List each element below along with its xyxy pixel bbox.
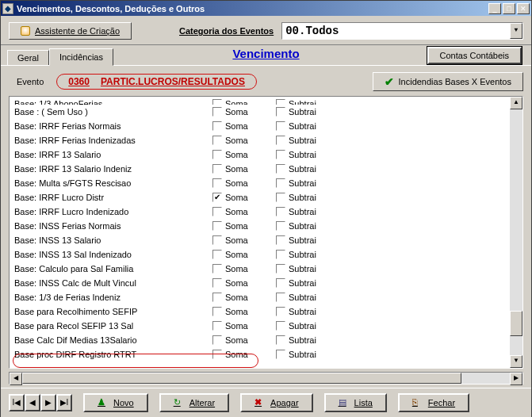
subtrai-label: Subtrai (289, 221, 316, 231)
soma-checkbox[interactable] (212, 99, 222, 105)
table-row[interactable]: Base: INSS 13 SalarioSomaSubtrai (10, 233, 510, 247)
soma-checkbox[interactable] (212, 278, 222, 288)
subtrai-checkbox[interactable] (276, 335, 285, 345)
nav-first-button[interactable]: I◀ (9, 394, 25, 411)
soma-checkbox[interactable] (212, 136, 222, 145)
subtrai-cell: Subtrai (276, 136, 339, 145)
subtrai-checkbox[interactable] (276, 99, 285, 105)
table-row[interactable]: Base: INSS Ferias NormaisSomaSubtrai (10, 219, 510, 233)
soma-label: Soma (225, 107, 248, 117)
scroll-up-icon[interactable]: ▲ (510, 97, 522, 109)
table-row[interactable]: Base: IRRF Lucro IndenizadoSomaSubtrai (10, 205, 510, 219)
table-row[interactable]: Base: 1/3 AbonoFeriasSomaSubtrai (10, 97, 510, 105)
nav-next-button[interactable]: ▶ (40, 394, 56, 411)
table-row[interactable]: Base: IRRF Ferias NormaisSomaSubtrai (10, 119, 510, 133)
soma-checkbox[interactable] (212, 350, 222, 359)
subtrai-checkbox[interactable] (276, 207, 285, 216)
soma-checkbox[interactable] (212, 235, 222, 245)
nav-last-button[interactable]: ▶I (56, 394, 72, 411)
subtrai-checkbox[interactable] (276, 107, 285, 117)
subtrai-checkbox[interactable] (276, 278, 285, 288)
subtrai-checkbox[interactable] (276, 250, 285, 259)
soma-checkbox[interactable] (212, 321, 222, 331)
subtrai-checkbox[interactable] (276, 136, 285, 145)
soma-checkbox[interactable] (212, 150, 222, 159)
subtrai-checkbox[interactable] (276, 164, 285, 174)
subtrai-checkbox[interactable] (276, 235, 285, 245)
table-row[interactable]: Base: Multa s/FGTS RescisaoSomaSubtrai (10, 176, 510, 190)
table-row[interactable]: Base para Recol SEFIP 13 SalSomaSubtrai (10, 319, 510, 333)
subtrai-checkbox[interactable] (276, 193, 285, 202)
soma-checkbox[interactable] (212, 293, 222, 302)
subtrai-checkbox[interactable] (276, 350, 285, 359)
scroll-down-icon[interactable]: ▼ (510, 355, 522, 368)
soma-checkbox[interactable] (212, 207, 222, 216)
subtrai-cell: Subtrai (276, 307, 339, 316)
subtrai-checkbox[interactable] (276, 150, 285, 159)
vencimento-link[interactable]: Vencimento (232, 47, 299, 60)
subtrai-checkbox[interactable] (276, 307, 285, 316)
nav-prev-button[interactable]: ◀ (25, 394, 40, 411)
horizontal-scrollbar[interactable]: ◀ ▶ (9, 372, 523, 384)
subtrai-label: Subtrai (289, 307, 316, 316)
table-row[interactable]: Base: IRRF 13 Salario IndenizSomaSubtrai (10, 162, 510, 176)
subtrai-checkbox[interactable] (276, 221, 285, 231)
table-row[interactable]: Base : ( Sem Uso )SomaSubtrai (10, 105, 510, 119)
incidencias-bases-button[interactable]: ✔ Incidendias Bases X Eventos (373, 72, 523, 91)
soma-checkbox[interactable] (212, 335, 222, 345)
tab-geral[interactable]: Geral (7, 50, 49, 65)
scroll-right-icon[interactable]: ▶ (510, 373, 522, 385)
table-row[interactable]: Base Calc Dif Medias 13SalarioSomaSubtra… (10, 333, 510, 347)
soma-checkbox[interactable] (212, 178, 222, 188)
subtrai-checkbox[interactable] (276, 178, 285, 188)
novo-button[interactable]: ♟ Novo (83, 393, 148, 412)
soma-cell: Soma (212, 250, 276, 259)
maximize-button[interactable]: □ (503, 3, 515, 14)
subtrai-checkbox[interactable] (276, 121, 285, 131)
subtrai-label: Subtrai (289, 150, 316, 159)
lista-button[interactable]: ▤ Lista (324, 393, 387, 412)
contas-contabeis-button[interactable]: Contas Contábeis (427, 47, 522, 64)
vertical-scrollbar[interactable]: ▲ ▼ (510, 97, 522, 368)
soma-checkbox[interactable] (212, 250, 222, 259)
table-row[interactable]: Base: IRRF 13 SalarioSomaSubtrai (10, 147, 510, 162)
soma-cell: Soma (212, 136, 276, 145)
category-select[interactable]: 00.Todos ▼ (281, 22, 523, 40)
table-row[interactable]: Base: INSS 13 Sal IndenizadoSomaSubtrai (10, 247, 510, 262)
base-label: Base: INSS Calc de Mult Vincul (14, 278, 212, 288)
subtrai-checkbox[interactable] (276, 264, 285, 274)
soma-checkbox[interactable] (212, 264, 222, 274)
subtab-evento[interactable]: Evento (9, 75, 52, 89)
table-row[interactable]: Base para Recolhimento SEFIPSomaSubtrai (10, 304, 510, 319)
apagar-button[interactable]: ✖ Apagar (240, 393, 312, 412)
table-row[interactable]: Base: IRRF Ferias IndenizadasSomaSubtrai (10, 133, 510, 147)
base-label: Base: INSS 13 Salario (14, 235, 212, 245)
fechar-button[interactable]: ⎘ Fechar (398, 393, 469, 412)
table-row[interactable]: Base: 1/3 de Ferias IndenizSomaSubtrai (10, 290, 510, 304)
soma-checkbox[interactable] (212, 221, 222, 231)
table-row[interactable]: Base proc DIRF Registro RTRTSomaSubtrai (10, 347, 510, 362)
scroll-left-icon[interactable]: ◀ (10, 373, 22, 385)
person-add-icon: ♟ (98, 397, 109, 408)
scroll-track[interactable] (510, 109, 522, 355)
scroll-thumb[interactable] (510, 311, 522, 336)
soma-checkbox[interactable] (212, 307, 222, 316)
minimize-button[interactable]: _ (488, 3, 501, 14)
chevron-down-icon[interactable]: ▼ (510, 23, 522, 39)
table-row[interactable]: Base: INSS Calc de Mult VinculSomaSubtra… (10, 276, 510, 290)
table-row[interactable]: Base: IRRF Lucro Distr✔SomaSubtrai (10, 190, 510, 205)
soma-label: Soma (225, 350, 248, 359)
soma-label: Soma (225, 99, 248, 105)
soma-checkbox[interactable] (212, 164, 222, 174)
assist-wizard-button[interactable]: Assistente de Criação (9, 22, 132, 40)
table-row[interactable]: Base: Calculo para Sal FamiliaSomaSubtra… (10, 262, 510, 276)
soma-checkbox[interactable] (212, 107, 222, 117)
soma-checkbox[interactable]: ✔ (212, 193, 222, 202)
tab-incidencias[interactable]: Incidências (49, 48, 113, 66)
close-button[interactable]: ✕ (517, 3, 530, 14)
alterar-button[interactable]: ↻ Alterar (159, 393, 229, 412)
subtrai-checkbox[interactable] (276, 321, 285, 331)
subtrai-checkbox[interactable] (276, 293, 285, 302)
h-scroll-thumb[interactable] (22, 373, 461, 384)
soma-checkbox[interactable] (212, 121, 222, 131)
